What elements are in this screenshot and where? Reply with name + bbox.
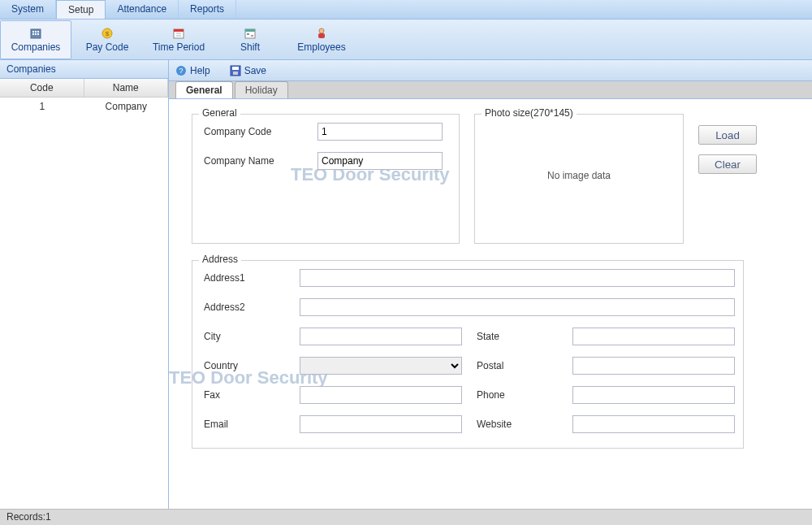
menu-setup[interactable]: Setup <box>56 0 106 19</box>
toolbar-companies[interactable]: Companies <box>0 20 71 59</box>
state-input[interactable] <box>572 328 735 345</box>
table-row[interactable]: 1 Company <box>0 98 168 115</box>
save-label: Save <box>244 65 266 76</box>
city-input[interactable] <box>300 328 462 345</box>
svg-rect-2 <box>35 31 37 33</box>
coin-icon: $ <box>101 27 114 40</box>
state-label: State <box>477 331 558 342</box>
address-legend: Address <box>199 254 241 265</box>
svg-rect-5 <box>35 33 37 35</box>
postal-input[interactable] <box>572 357 735 375</box>
toolbar-label: Companies <box>11 41 61 53</box>
address1-label: Address1 <box>204 272 285 284</box>
postal-label: Postal <box>477 360 558 371</box>
company-name-input[interactable] <box>317 152 443 170</box>
phone-label: Phone <box>477 389 558 401</box>
person-icon <box>315 27 328 40</box>
svg-rect-18 <box>318 33 325 38</box>
grid-header: Code Name <box>0 79 168 98</box>
no-image-text: No image data <box>547 170 611 181</box>
actionbar: ? Help Save <box>169 60 812 81</box>
fax-label: Fax <box>204 389 285 401</box>
col-name[interactable]: Name <box>84 79 169 97</box>
address2-label: Address2 <box>204 302 285 313</box>
toolbar-shift[interactable]: Shift <box>214 20 286 59</box>
toolbar-employees[interactable]: Employees <box>286 20 357 59</box>
svg-rect-22 <box>232 67 239 70</box>
save-button[interactable]: Save <box>230 65 266 76</box>
help-label: Help <box>190 65 210 76</box>
svg-rect-23 <box>233 72 238 75</box>
sidebar-title: Companies <box>0 60 168 79</box>
svg-rect-6 <box>37 33 39 35</box>
phone-input[interactable] <box>572 386 735 404</box>
svg-rect-15 <box>247 33 249 35</box>
toolbar-pay-code[interactable]: $ Pay Code <box>71 20 143 59</box>
toolbar-label: Time Period <box>153 41 205 53</box>
svg-rect-4 <box>32 33 34 35</box>
toolbar-time-period[interactable]: Time Period <box>143 20 214 59</box>
cell-name: Company <box>84 98 169 115</box>
menubar: System Setup Attendance Reports <box>0 0 812 20</box>
svg-rect-10 <box>174 29 184 32</box>
toolbar-label: Shift <box>240 41 260 53</box>
record-count: Records:1 <box>6 511 51 523</box>
svg-rect-16 <box>251 35 253 37</box>
email-label: Email <box>204 419 285 430</box>
clear-button[interactable]: Clear <box>698 154 757 174</box>
cell-code: 1 <box>0 98 84 115</box>
photo-legend: Photo size(270*145) <box>482 107 577 119</box>
schedule-icon <box>244 27 257 40</box>
svg-point-17 <box>319 28 324 33</box>
photo-fieldset: Photo size(270*145) No image data <box>474 114 684 244</box>
svg-rect-1 <box>32 31 34 33</box>
menu-reports[interactable]: Reports <box>179 0 236 19</box>
form-area: TEO Door Security TEO Door Security Gene… <box>169 99 812 509</box>
content: ? Help Save General Holiday TEO Door Sec… <box>169 60 812 509</box>
sidebar: Companies Code Name 1 Company <box>0 60 169 509</box>
tab-holiday[interactable]: Holiday <box>235 81 288 98</box>
general-legend: General <box>199 107 240 119</box>
company-code-input[interactable] <box>317 123 443 141</box>
svg-text:$: $ <box>106 30 110 37</box>
address-fieldset: Address Address1 Address2 City State Cou… <box>192 260 744 449</box>
toolbar-label: Pay Code <box>86 41 129 53</box>
menu-system[interactable]: System <box>0 0 56 19</box>
menu-attendance[interactable]: Attendance <box>106 0 179 19</box>
company-name-label: Company Name <box>204 155 317 167</box>
general-fieldset: General Company Code Company Name <box>192 114 460 244</box>
svg-rect-3 <box>37 31 39 33</box>
fax-input[interactable] <box>300 386 462 404</box>
toolbar: Companies $ Pay Code Time Period Shift E… <box>0 20 812 60</box>
save-icon <box>230 65 241 76</box>
toolbar-label: Employees <box>297 41 345 53</box>
website-label: Website <box>477 419 558 430</box>
col-code[interactable]: Code <box>0 79 84 97</box>
address1-input[interactable] <box>300 269 735 287</box>
load-button[interactable]: Load <box>698 125 757 145</box>
website-input[interactable] <box>572 415 735 433</box>
svg-rect-14 <box>245 29 255 32</box>
tabbar: General Holiday <box>169 81 812 99</box>
help-button[interactable]: ? Help <box>175 65 210 76</box>
city-label: City <box>204 331 285 342</box>
tab-general[interactable]: General <box>175 81 233 98</box>
country-select[interactable] <box>300 357 462 375</box>
country-label: Country <box>204 360 285 371</box>
calendar-icon <box>172 27 185 40</box>
email-input[interactable] <box>300 415 462 433</box>
help-icon: ? <box>175 65 187 76</box>
address2-input[interactable] <box>300 298 735 316</box>
company-code-label: Company Code <box>204 126 317 137</box>
statusbar: Records:1 <box>0 509 812 525</box>
svg-text:?: ? <box>179 67 183 75</box>
building-icon <box>29 27 42 40</box>
